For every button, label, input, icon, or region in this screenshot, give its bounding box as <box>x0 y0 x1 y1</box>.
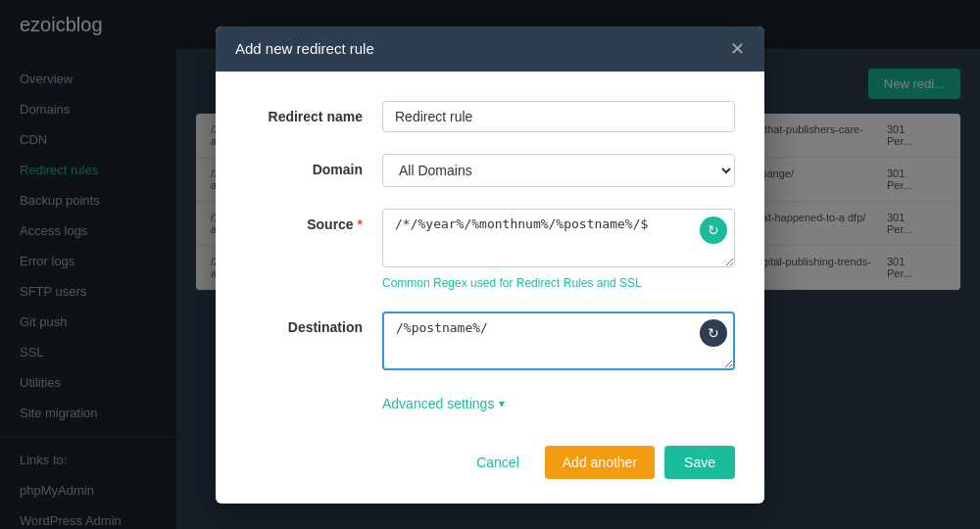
add-another-button[interactable]: Add another <box>545 446 655 479</box>
advanced-settings-label: Advanced settings <box>382 396 494 411</box>
domain-label: Domain <box>245 154 382 177</box>
save-button[interactable]: Save <box>664 446 735 479</box>
redirect-name-input[interactable] <box>382 101 735 132</box>
modal-overlay: Add new redirect rule ✕ Redirect name Do… <box>0 0 980 529</box>
modal-close-button[interactable]: ✕ <box>730 40 745 58</box>
destination-label: Destination <box>245 312 382 335</box>
domain-field: All Domains blog.ezoic.com <box>382 154 735 187</box>
redirect-name-field <box>382 101 735 132</box>
advanced-settings-link[interactable]: Advanced settings ▾ <box>382 396 505 411</box>
form-row-source: Source * /*/%year%/%monthnum%/%postname%… <box>245 209 735 290</box>
form-row-domain: Domain All Domains blog.ezoic.com <box>245 154 735 187</box>
domain-select[interactable]: All Domains blog.ezoic.com <box>382 154 735 187</box>
modal-title: Add new redirect rule <box>235 40 374 57</box>
source-refresh-button[interactable]: ↻ <box>700 216 727 244</box>
source-field: /*/%year%/%monthnum%/%postname%/$ ↻ Comm… <box>382 209 735 290</box>
destination-textarea[interactable]: /%postname%/ <box>382 312 735 370</box>
destination-wrapper: /%postname%/ ↻ <box>382 312 735 374</box>
source-textarea-wrapper: /*/%year%/%monthnum%/%postname%/$ ↻ <box>382 209 735 271</box>
form-row-destination: Destination /%postname%/ ↻ <box>245 312 735 374</box>
regex-link[interactable]: Common Regex used for Redirect Rules and… <box>382 276 735 290</box>
advanced-settings-row: Advanced settings ▾ <box>245 396 735 411</box>
source-textarea[interactable]: /*/%year%/%monthnum%/%postname%/$ <box>382 209 735 267</box>
modal-dialog: Add new redirect rule ✕ Redirect name Do… <box>216 26 764 504</box>
modal-header: Add new redirect rule ✕ <box>216 26 764 72</box>
source-required-star: * <box>358 216 363 232</box>
form-row-redirect-name: Redirect name <box>245 101 735 132</box>
source-label: Source * <box>245 209 382 232</box>
destination-refresh-button[interactable]: ↻ <box>700 319 727 347</box>
modal-body: Redirect name Domain All Domains blog.ez… <box>216 72 764 431</box>
cancel-button[interactable]: Cancel <box>461 446 535 479</box>
destination-field: /%postname%/ ↻ <box>382 312 735 374</box>
chevron-down-icon: ▾ <box>499 397 505 410</box>
modal-footer: Cancel Add another Save <box>216 431 764 504</box>
redirect-name-label: Redirect name <box>245 101 382 124</box>
